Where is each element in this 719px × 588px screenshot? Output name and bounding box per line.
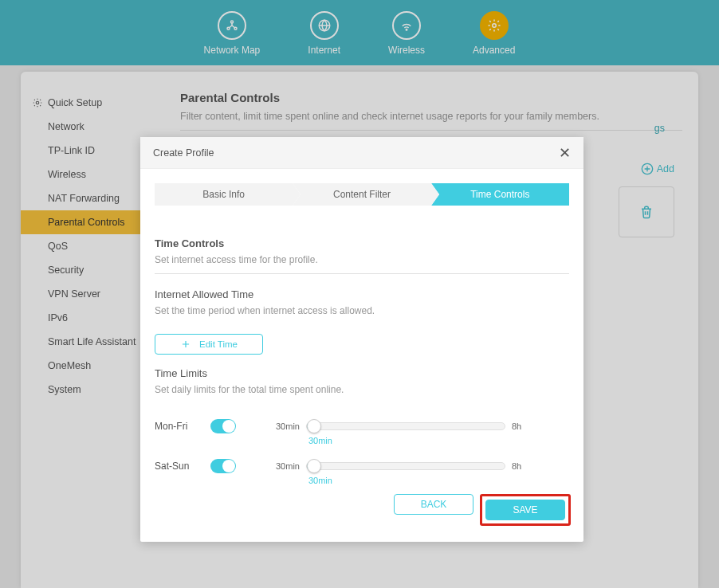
plus-icon <box>180 339 191 350</box>
modal-header: Create Profile ✕ <box>140 137 583 169</box>
section-desc: Set the time period when internet access… <box>155 305 569 324</box>
save-label: SAVE <box>513 504 537 515</box>
tab-basic-info[interactable]: Basic Info <box>155 183 293 206</box>
limit-label: Mon-Fri <box>155 421 210 432</box>
slider-value: 30min <box>308 436 332 445</box>
edit-time-button[interactable]: Edit Time <box>155 334 263 355</box>
slider-max-label: 8h <box>512 421 521 431</box>
tab-label: Time Controls <box>470 189 529 200</box>
slider-track[interactable]: 30min <box>306 422 505 430</box>
modal-footer: BACK SAVE <box>140 491 583 542</box>
tab-label: Basic Info <box>202 189 245 200</box>
slider-max-label: 8h <box>512 461 521 471</box>
section-desc: Set internet access time for the profile… <box>155 254 569 274</box>
edit-time-label: Edit Time <box>199 339 238 349</box>
close-icon[interactable]: ✕ <box>559 144 571 162</box>
slider-min-label: 30min <box>276 421 300 431</box>
section-heading: Internet Allowed Time <box>155 288 569 300</box>
weekday-toggle[interactable] <box>210 419 236 433</box>
modal-title: Create Profile <box>153 147 214 159</box>
modal-body: Time Controls Set internet access time f… <box>140 206 583 491</box>
back-label: BACK <box>421 499 447 510</box>
section-desc: Set daily limits for the total time spen… <box>155 384 569 403</box>
tab-time-controls[interactable]: Time Controls <box>431 183 569 206</box>
tab-content-filter[interactable]: Content Filter <box>293 183 430 206</box>
limit-row-weekend: Sat-Sun 30min 30min 8h <box>155 459 569 473</box>
slider-handle[interactable] <box>307 459 321 473</box>
create-profile-modal: Create Profile ✕ Basic Info Content Filt… <box>140 137 583 542</box>
slider-min-label: 30min <box>276 461 300 471</box>
weekend-slider[interactable]: 30min 30min 8h <box>276 461 521 471</box>
limit-label: Sat-Sun <box>155 461 210 472</box>
wizard-tabs: Basic Info Content Filter Time Controls <box>140 169 583 206</box>
section-heading: Time Controls <box>155 237 569 249</box>
save-button[interactable]: SAVE <box>485 500 565 520</box>
save-highlight-box: SAVE <box>480 494 571 526</box>
toggle-knob <box>222 420 235 433</box>
back-button[interactable]: BACK <box>394 494 473 515</box>
slider-track[interactable]: 30min <box>306 462 505 470</box>
weekday-slider[interactable]: 30min 30min 8h <box>276 421 521 431</box>
slider-value: 30min <box>308 476 332 485</box>
limit-row-weekday: Mon-Fri 30min 30min 8h <box>155 419 569 433</box>
slider-handle[interactable] <box>307 419 321 433</box>
weekend-toggle[interactable] <box>210 459 236 473</box>
tab-label: Content Filter <box>333 189 391 200</box>
section-heading: Time Limits <box>155 367 569 379</box>
toggle-knob <box>222 460 235 472</box>
